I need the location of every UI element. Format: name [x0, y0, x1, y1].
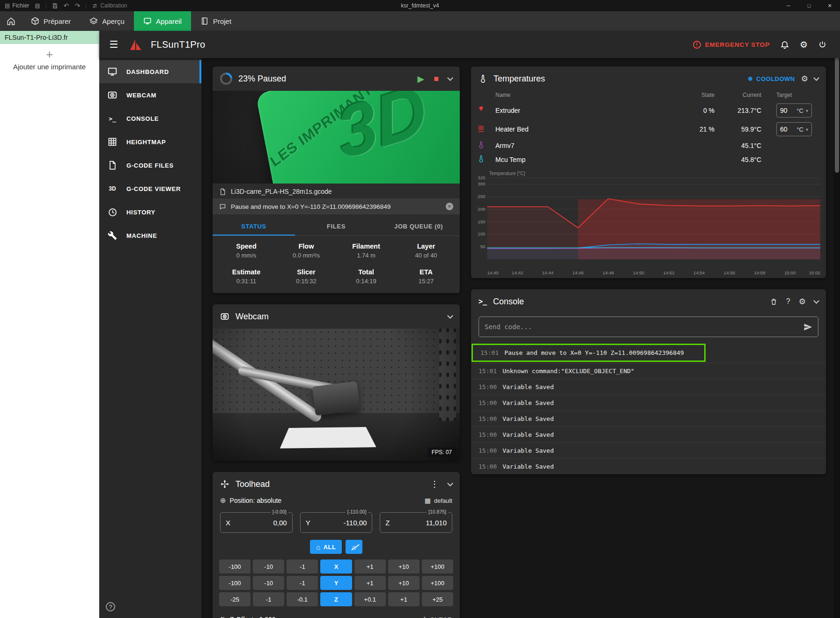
ui-settings-gear-icon[interactable]: ⚙ [800, 39, 808, 50]
move-button[interactable]: -1 [287, 559, 318, 574]
page-scrollbar[interactable] [834, 31, 840, 618]
redo-icon[interactable]: ↷ [74, 2, 80, 9]
kebab-menu-icon[interactable]: ⋮ [430, 479, 439, 489]
home-x-button[interactable]: X [320, 559, 352, 574]
collapse-chevron-icon[interactable] [813, 298, 819, 304]
add-printer-label[interactable]: Ajouter une imprimante [0, 63, 99, 71]
tab-apercu[interactable]: Aperçu [80, 11, 134, 31]
z-position-field[interactable]: [10.875] Z 11,010 [380, 512, 452, 533]
tab-preparer[interactable]: Préparer [22, 11, 80, 31]
home-all-button[interactable]: ⌂ ALL [310, 540, 342, 554]
console-input[interactable] [485, 323, 799, 331]
add-printer-plus-icon[interactable]: + [0, 47, 99, 62]
temperature-table: Name State Current Target [471, 91, 826, 167]
move-button[interactable]: -10 [253, 576, 284, 590]
console-entry[interactable]: 15:00 Variable Saved [471, 395, 826, 411]
collapse-chevron-icon[interactable] [813, 75, 819, 81]
move-button[interactable]: +1 [354, 559, 386, 574]
maximize-button[interactable]: □ [799, 0, 819, 11]
collapse-chevron-icon[interactable] [447, 75, 453, 81]
move-button[interactable]: +1 [354, 576, 386, 590]
move-button[interactable]: -0.1 [287, 592, 318, 606]
app-tabbar: Préparer Aperçu Appareil Projet [0, 11, 840, 31]
console-entry[interactable]: 15:01 Unknown command:"EXCLUDE_OBJECT_EN… [471, 363, 826, 379]
file-menu[interactable]: ▤ Fichier [5, 2, 29, 9]
nav-item-webcam[interactable]: WEBCAM [99, 83, 201, 107]
calibration-menu[interactable]: Calibration [92, 2, 127, 9]
caret-down-icon[interactable]: ▾ [806, 108, 808, 113]
save-icon[interactable] [52, 3, 58, 9]
collapse-chevron-icon[interactable] [447, 480, 453, 486]
nav-item-console[interactable]: >_ CONSOLE [99, 107, 201, 130]
dismiss-message-icon[interactable]: ✕ [446, 203, 453, 210]
move-button[interactable]: -25 [219, 592, 251, 606]
cancel-print-icon[interactable]: ■ [434, 74, 439, 84]
undo-icon[interactable]: ↶ [64, 2, 69, 9]
tab-projet[interactable]: Projet [191, 11, 241, 31]
new-document-icon[interactable]: ▤ [35, 2, 40, 9]
caret-down-icon[interactable]: ▾ [806, 127, 808, 132]
tab-status[interactable]: STATUS [213, 216, 295, 235]
move-button[interactable]: +100 [422, 576, 453, 590]
heater-state: 0 % [682, 101, 719, 120]
collapse-chevron-icon[interactable] [447, 313, 453, 319]
nav-item-label: MACHINE [126, 232, 157, 239]
help-icon[interactable]: ? [106, 602, 115, 611]
close-button[interactable]: ✕ [819, 0, 840, 11]
nav-item-heightmap[interactable]: HEIGHTMAP [99, 130, 201, 154]
move-button[interactable]: +25 [422, 592, 453, 606]
move-button[interactable]: +1 [388, 592, 420, 606]
emergency-stop-button[interactable]: ! EMERGENCY STOP [693, 41, 770, 49]
console-help-icon[interactable]: ? [786, 297, 790, 306]
motors-off-button[interactable]: ⌂ [346, 540, 362, 554]
notifications-bell-icon[interactable] [780, 40, 789, 49]
move-button[interactable]: -100 [219, 559, 251, 574]
trash-icon[interactable] [770, 298, 778, 306]
clear-z-offset-button[interactable]: CLEAR [420, 616, 452, 618]
console-settings-gear-icon[interactable]: ⚙ [799, 297, 806, 307]
resume-print-icon[interactable]: ▶ [418, 74, 425, 84]
position-mode-label: Position: absolute [230, 497, 282, 504]
nav-item-history[interactable]: HISTORY [99, 200, 201, 224]
console-entry[interactable]: 15:00 Variable Saved [471, 411, 826, 427]
power-icon[interactable] [818, 40, 827, 49]
x-position-value: 0,00 [273, 519, 287, 527]
mainsail-logo-icon [129, 38, 143, 51]
y-position-field[interactable]: [-110.00] Y -110,00 [300, 512, 373, 533]
printer-item-selected[interactable]: FLSun-T1-Pro-Li3D.fr [0, 31, 99, 44]
hamburger-menu-icon[interactable]: ☰ [106, 39, 122, 50]
temp-settings-gear-icon[interactable]: ⚙ [801, 74, 808, 84]
z-axis-label: Z [385, 519, 390, 527]
tab-appareil[interactable]: Appareil [134, 11, 191, 31]
extruder-target-input[interactable]: 90 °C ▾ [776, 103, 812, 118]
console-entry[interactable]: 15:01 Pause and move to X=0 Y=-110 Z=11.… [473, 345, 704, 360]
console-entry[interactable]: 15:00 Variable Saved [471, 427, 826, 442]
move-button[interactable]: -10 [253, 559, 284, 574]
console-entry[interactable]: 15:00 Variable Saved [471, 379, 826, 395]
move-button[interactable]: -1 [287, 576, 318, 590]
cooldown-button[interactable]: ❄ COOLDOWN [748, 75, 795, 82]
send-icon[interactable] [803, 323, 812, 331]
move-button[interactable]: -100 [219, 576, 251, 590]
move-button[interactable]: +10 [388, 576, 420, 590]
move-button[interactable]: +100 [422, 559, 453, 574]
dashboard-content: 23% Paused ▶ ■ LES IMPRIMANTES 3D [201, 58, 840, 618]
nav-item-gcode-files[interactable]: G-CODE FILES [99, 154, 201, 177]
x-position-field[interactable]: [-0.00] X 0,00 [220, 512, 293, 533]
move-button[interactable]: +0.1 [354, 592, 386, 606]
home-y-button[interactable]: Y [320, 576, 352, 590]
heater-bed-target-input[interactable]: 60 °C ▾ [776, 122, 812, 136]
tab-files[interactable]: FILES [295, 216, 377, 235]
nav-item-machine[interactable]: MACHINE [99, 224, 201, 247]
nav-item-dashboard[interactable]: DASHBOARD [99, 60, 201, 83]
minimize-button[interactable]: ─ [778, 0, 799, 11]
console-entry[interactable]: 15:00 Variable Saved [471, 442, 826, 458]
console-entry[interactable]: 15:00 Variable Saved [471, 458, 826, 474]
home-tab-button[interactable] [0, 11, 22, 31]
tab-job-queue[interactable]: JOB QUEUE (0) [377, 216, 460, 235]
move-button[interactable]: -1 [253, 592, 284, 606]
home-z-button[interactable]: Z [320, 592, 352, 606]
nav-item-gcode-viewer[interactable]: 3D G-CODE VIEWER [99, 177, 201, 200]
speed-profile-label[interactable]: default [434, 497, 452, 504]
move-button[interactable]: +10 [388, 559, 420, 574]
